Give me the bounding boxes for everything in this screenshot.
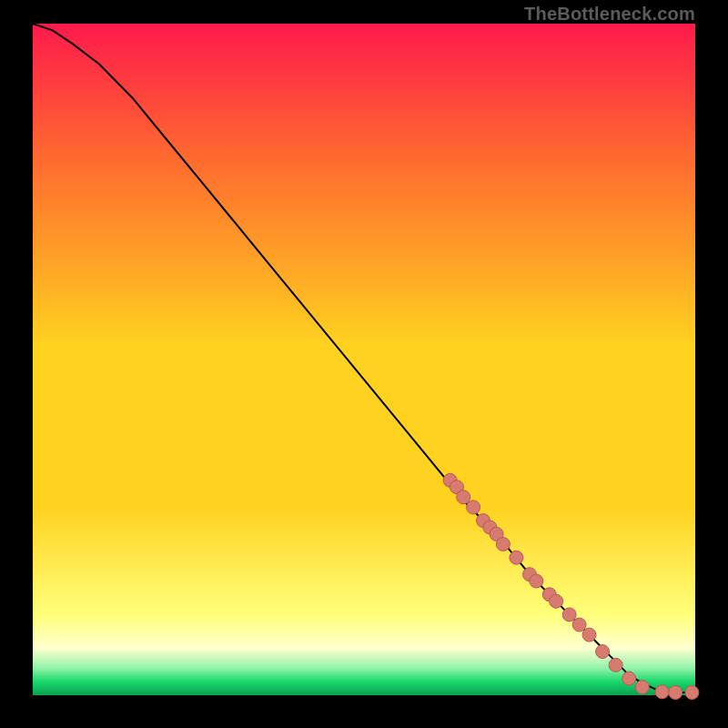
marker-point xyxy=(685,686,699,700)
marker-point xyxy=(496,538,510,551)
chart-frame: { "watermark": "TheBottleneck.com", "col… xyxy=(0,0,728,728)
marker-point xyxy=(572,618,586,632)
marker-point xyxy=(655,685,669,699)
chart-canvas xyxy=(0,0,728,728)
marker-point xyxy=(582,628,596,642)
marker-point xyxy=(510,551,523,564)
marker-point xyxy=(609,658,622,672)
plot-background xyxy=(33,24,695,695)
marker-point xyxy=(457,490,470,504)
marker-point xyxy=(562,608,576,622)
marker-point xyxy=(530,574,543,588)
marker-point xyxy=(669,686,682,700)
marker-point xyxy=(596,645,610,659)
marker-point xyxy=(635,681,649,694)
marker-point xyxy=(467,500,480,514)
marker-point xyxy=(622,672,636,685)
marker-point xyxy=(550,594,563,608)
